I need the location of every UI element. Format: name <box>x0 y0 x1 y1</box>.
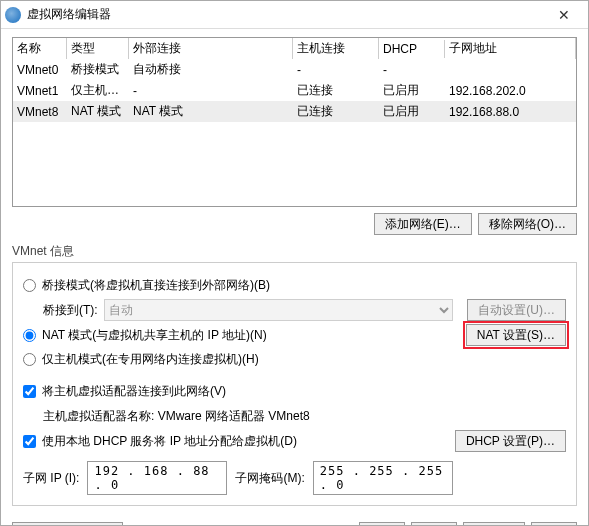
check-use-dhcp[interactable]: 使用本地 DHCP 服务将 IP 地址分配给虚拟机(D) DHCP 设置(P)… <box>23 429 566 453</box>
restore-defaults-button[interactable]: 还原默认设置(R) <box>12 522 123 526</box>
group-label: VMnet 信息 <box>12 243 577 260</box>
radio-bridge-label: 桥接模式(将虚拟机直接连接到外部网络)(B) <box>42 277 270 294</box>
col-host[interactable]: 主机连接 <box>293 38 379 59</box>
col-ext[interactable]: 外部连接 <box>129 38 293 59</box>
subnet-mask-field[interactable]: 255 . 255 . 255 . 0 <box>313 461 453 495</box>
check-connect-host-input[interactable] <box>23 385 36 398</box>
close-button[interactable]: ✕ <box>544 1 584 29</box>
radio-hostonly[interactable]: 仅主机模式(在专用网络内连接虚拟机)(H) <box>23 347 566 371</box>
radio-nat-input[interactable] <box>23 329 36 342</box>
subnet-ip-label: 子网 IP (I): <box>23 470 79 487</box>
dhcp-setup-button[interactable]: DHCP 设置(P)… <box>455 430 566 452</box>
radio-hostonly-label: 仅主机模式(在专用网络内连接虚拟机)(H) <box>42 351 259 368</box>
auto-setup-button: 自动设置(U)… <box>467 299 566 321</box>
vmnet-table: 名称 类型 外部连接 主机连接 DHCP 子网地址 VMnet0 桥接模式 自动… <box>12 37 577 207</box>
radio-bridge[interactable]: 桥接模式(将虚拟机直接连接到外部网络)(B) <box>23 273 566 297</box>
close-icon: ✕ <box>558 7 570 23</box>
subnet-ip-field[interactable]: 192 . 168 . 88 . 0 <box>87 461 227 495</box>
table-row[interactable]: VMnet8 NAT 模式 NAT 模式 已连接 已启用 192.168.88.… <box>13 101 576 122</box>
bridge-to-select: 自动 <box>104 299 454 321</box>
footer: 还原默认设置(R) 确定 取消 应用(A) 帮助 <box>1 514 588 526</box>
host-adapter-name: 主机虚拟适配器名称: VMware 网络适配器 VMnet8 <box>43 408 310 425</box>
radio-hostonly-input[interactable] <box>23 353 36 366</box>
radio-nat-label: NAT 模式(与虚拟机共享主机的 IP 地址)(N) <box>42 327 458 344</box>
table-row[interactable]: VMnet0 桥接模式 自动桥接 - - <box>13 59 576 80</box>
titlebar: 虚拟网络编辑器 ✕ <box>1 1 588 29</box>
check-use-dhcp-label: 使用本地 DHCP 服务将 IP 地址分配给虚拟机(D) <box>42 433 447 450</box>
table-header: 名称 类型 外部连接 主机连接 DHCP 子网地址 <box>13 38 576 59</box>
col-name[interactable]: 名称 <box>13 38 67 59</box>
check-connect-host[interactable]: 将主机虚拟适配器连接到此网络(V) <box>23 379 566 403</box>
nat-setup-button[interactable]: NAT 设置(S)… <box>466 324 566 346</box>
ok-button[interactable]: 确定 <box>359 522 405 526</box>
cancel-button[interactable]: 取消 <box>411 522 457 526</box>
add-network-button[interactable]: 添加网络(E)… <box>374 213 472 235</box>
col-dhcp[interactable]: DHCP <box>379 40 445 58</box>
table-row[interactable]: VMnet1 仅主机… - 已连接 已启用 192.168.202.0 <box>13 80 576 101</box>
bridge-to-label: 桥接到(T): <box>43 302 98 319</box>
app-icon <box>5 7 21 23</box>
help-button[interactable]: 帮助 <box>531 522 577 526</box>
radio-nat[interactable]: NAT 模式(与虚拟机共享主机的 IP 地址)(N) NAT 设置(S)… <box>23 323 566 347</box>
col-type[interactable]: 类型 <box>67 38 129 59</box>
remove-network-button[interactable]: 移除网络(O)… <box>478 213 577 235</box>
subnet-mask-label: 子网掩码(M): <box>235 470 304 487</box>
radio-bridge-input[interactable] <box>23 279 36 292</box>
col-subnet[interactable]: 子网地址 <box>445 38 576 59</box>
apply-button[interactable]: 应用(A) <box>463 522 525 526</box>
check-use-dhcp-input[interactable] <box>23 435 36 448</box>
window-title: 虚拟网络编辑器 <box>27 6 544 23</box>
check-connect-host-label: 将主机虚拟适配器连接到此网络(V) <box>42 383 226 400</box>
